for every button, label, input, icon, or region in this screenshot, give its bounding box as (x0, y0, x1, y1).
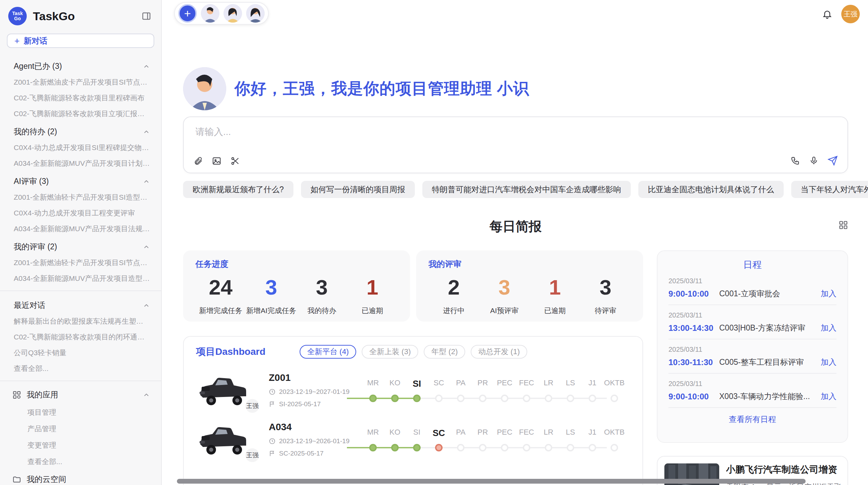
sidebar-item[interactable]: Z001-全新燃油皮卡产品开发项目SI节点Lesson Learn报告 (0, 74, 161, 90)
stat-label: 待评审 (580, 306, 631, 315)
milestone-track: MRKOSISCPAPRPECFECLRLSJ1OKTB (362, 428, 625, 451)
suggestion-chip[interactable]: 比亚迪全固态电池计划具体说了什么 (638, 181, 784, 198)
sidebar-item[interactable]: C02-飞腾新能源轻客改款项目立项汇报方案 (0, 106, 161, 122)
join-link[interactable]: 加入 (821, 288, 836, 299)
stat-value: 2 (429, 275, 479, 300)
new-chat-label: 新对话 (24, 36, 47, 46)
phone-icon[interactable] (791, 156, 800, 165)
app-sub-item[interactable]: 项目管理 (0, 404, 161, 421)
sidebar-item[interactable]: A034-全新新能源MUV产品开发项目计划变更表编写 (0, 156, 161, 171)
milestone-dot (501, 444, 508, 451)
scissors-icon[interactable] (230, 156, 240, 166)
stat: 24新增完成任务 (195, 275, 246, 315)
section-title: Agent已办 (3) (14, 61, 62, 72)
my-apps-header[interactable]: 我的应用 (0, 385, 161, 404)
recent-chat-item[interactable]: C02-飞腾新能源轻客改款项目的闭环通告反馈情况 (0, 329, 161, 345)
dates-text: 2023-12-19~2026-01-19 (279, 437, 349, 445)
project-row[interactable]: 王强A0342023-12-19~2026-01-19SC-2025-05-17… (196, 422, 630, 457)
recent-chat-item[interactable]: 公司Q3轻卡销量 (0, 345, 161, 361)
stat-value: 3 (479, 275, 530, 300)
milestone-label: OKTB (603, 428, 625, 438)
mic-icon[interactable] (809, 156, 819, 165)
my-apps-label: 我的应用 (27, 389, 137, 400)
event-name: C001-立项审批会 (719, 288, 815, 299)
event-time: 9:00-10:00 (668, 392, 719, 401)
app-title: TaskGo (33, 10, 141, 23)
attachment-icon[interactable] (193, 156, 203, 166)
recent-chats-header[interactable]: 最近对话 (0, 295, 161, 313)
stat-label: 已逾期 (530, 306, 580, 315)
stat-value: 24 (195, 275, 246, 300)
dashboard-title: 项目Dashboard (196, 345, 265, 358)
sidebar-item[interactable]: A034-全新新能源MUV产品开发项目造型可行性评审 (0, 271, 161, 286)
recent-chat-item[interactable]: 查看全部... (0, 361, 161, 376)
stat-value: 1 (530, 275, 580, 300)
stat-card-title: 任务进度 (195, 259, 398, 270)
stat-label: 进行中 (429, 306, 479, 315)
suggestion-chip[interactable]: 如何写一份清晰的项目周报 (301, 181, 415, 198)
event-date: 2025/03/11 (668, 311, 836, 319)
main-area: + 王强 你好，王强，我是你的项目管理助理 小识 (162, 0, 868, 485)
join-link[interactable]: 加入 (821, 391, 836, 402)
stat-cards: 任务进度24新增完成任务3新增AI完成任务3我的待办1已逾期我的评审2进行中3A… (183, 250, 643, 322)
schedule-title: 日程 (658, 259, 847, 271)
dashboard-tabs: 全新平台 (4)全新上装 (3)年型 (2)动总开发 (1) (300, 345, 527, 359)
stat-value: 3 (297, 275, 347, 300)
event-date: 2025/03/11 (668, 277, 836, 285)
section-title: 我的评审 (2) (14, 241, 57, 252)
chat-input[interactable] (195, 127, 836, 137)
join-link[interactable]: 加入 (821, 357, 836, 368)
sidebar-link-folder[interactable]: 我的云空间 (0, 470, 161, 485)
collapse-sidebar-icon[interactable] (141, 11, 152, 21)
sidebar-section-header[interactable]: Agent已办 (3) (0, 56, 161, 74)
dashboard-tab[interactable]: 全新平台 (4) (300, 345, 356, 359)
horizontal-scrollbar[interactable] (177, 479, 806, 484)
plus-icon: + (14, 36, 20, 46)
sidebar-item[interactable]: C0X4-动力总成开发项目工程变更评审 (0, 205, 161, 221)
briefing-stat-card: 我的评审2进行中3AI预评审1已逾期3待评审 (416, 250, 643, 322)
recent-chat-item[interactable]: 解释最新出台的欧盟报废车法规再生塑料比例被调到15%... (0, 313, 161, 329)
sidebar-item[interactable]: C02-飞腾新能源轻客改款项目里程碑画布 (0, 90, 161, 106)
milestone-dot (523, 395, 530, 402)
view-all-schedule-link[interactable]: 查看所有日程 (658, 408, 847, 431)
project-row[interactable]: 王强Z0012023-12-19~2027-01-19SI-2025-05-17… (196, 372, 630, 408)
sidebar-list: Agent已办 (3)Z001-全新燃油皮卡产品开发项目SI节点Lesson L… (0, 55, 161, 485)
app-sub-item[interactable]: 产品管理 (0, 421, 161, 437)
sidebar-item[interactable]: Z001-全新燃油轻卡产品开发项目SI造型提交物评审 (0, 189, 161, 205)
stat: 1已逾期 (530, 275, 580, 315)
sidebar: TaskGo TaskGo + 新对话 Agent已办 (3)Z001-全新燃油… (0, 0, 162, 485)
milestone-dot (435, 395, 443, 402)
sidebar-item[interactable]: Z001-全新燃油轻卡产品开发项目SI节点属性5D文件评审 (0, 255, 161, 271)
stat: 1已逾期 (347, 275, 398, 315)
app-sub-item[interactable]: 查看全部... (0, 453, 161, 470)
milestone-dot (501, 395, 508, 402)
flag-text: SC-2025-05-17 (279, 450, 324, 457)
sidebar-item[interactable]: C0X4-动力总成开发项目SI里程碑提交物检查 (0, 140, 161, 156)
suggestion-chip[interactable]: 当下年轻人对汽车外观有怎样的喜好趋势 (791, 181, 868, 198)
join-link[interactable]: 加入 (821, 323, 836, 333)
dashboard-tab[interactable]: 动总开发 (1) (471, 345, 527, 359)
milestone-label: PEC (494, 428, 516, 438)
sidebar-item[interactable]: A034-全新新能源MUV产品开发项目法规符合性评审 (0, 221, 161, 237)
milestone-dot (567, 444, 574, 451)
dashboard-tab[interactable]: 全新上装 (3) (362, 345, 418, 359)
event-name: C005-整车工程目标评审 (719, 357, 815, 368)
chevron-up-icon (143, 178, 150, 185)
sidebar-section-header[interactable]: AI评审 (3) (0, 171, 161, 189)
schedule-event: 2025/03/1113:00-14:30C003|H0B-方案冻结评审加入 (668, 305, 836, 339)
sidebar-section-header[interactable]: 我的待办 (2) (0, 122, 161, 140)
image-icon[interactable] (212, 156, 221, 166)
milestone-dot (567, 395, 574, 402)
layout-grid-icon[interactable] (839, 220, 848, 233)
stat-label: AI预评审 (479, 306, 530, 315)
section-title: 最近对话 (14, 300, 45, 311)
dashboard-tab[interactable]: 年型 (2) (424, 345, 465, 359)
sidebar-section-header[interactable]: 我的评审 (2) (0, 237, 161, 255)
milestone-label: PR (472, 428, 494, 438)
app-sub-item[interactable]: 变更管理 (0, 437, 161, 453)
send-icon[interactable] (828, 156, 838, 166)
suggestion-chip[interactable]: 欧洲新规最近颁布了什么? (183, 181, 293, 198)
stat: 3待评审 (580, 275, 631, 315)
suggestion-chip[interactable]: 特朗普可能对进口汽车增税会对中国车企造成哪些影响 (422, 181, 631, 198)
new-chat-button[interactable]: + 新对话 (7, 34, 154, 48)
